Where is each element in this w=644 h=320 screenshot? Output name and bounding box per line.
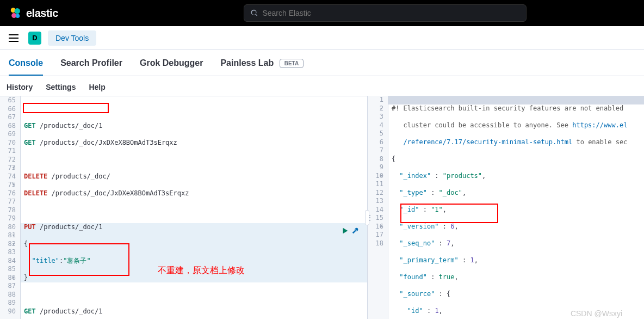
code-line: GET /products/_doc/1: [24, 122, 367, 131]
top-header: elastic: [0, 0, 644, 26]
code-line: PUT /products/_doc/1: [24, 223, 367, 232]
subtab-history[interactable]: History: [7, 83, 33, 91]
code-line: [24, 291, 367, 299]
code-line: "title":"薯条子": [24, 257, 367, 266]
code-line: "_source" : {: [392, 290, 644, 299]
code-line: DELETE /products/_doc/: [24, 173, 367, 181]
code-line: cluster could be accessible to anyone. S…: [392, 121, 644, 130]
code-line: GET /products/_doc/1: [24, 307, 367, 316]
tab-painless-label: Painless Lab: [220, 58, 274, 67]
sub-header: D Dev Tools: [0, 26, 644, 50]
request-editor[interactable]: GET /products/_doc/1 GET /products/_doc/…: [21, 96, 367, 319]
code-line: [24, 105, 367, 114]
tab-search-profiler[interactable]: Search Profiler: [60, 58, 122, 76]
wrench-icon[interactable]: [352, 227, 360, 236]
svg-point-3: [16, 14, 20, 19]
code-line: /reference/7.17/security-minimal-setup.h…: [392, 138, 644, 147]
left-gutter: 6566676869707172737475767778798081828384…: [0, 96, 21, 319]
search-input[interactable]: [262, 9, 519, 17]
request-actions: [341, 227, 360, 236]
code-line: "_id" : "1",: [392, 206, 644, 214]
app-badge[interactable]: D: [28, 32, 41, 45]
beta-badge: BETA: [280, 59, 304, 68]
code-line: "id" : 1,: [392, 307, 644, 316]
code-line: DELETE /products/_doc/JxDXeX8BOmAdT3sErq…: [24, 189, 367, 198]
hamburger-icon[interactable]: [9, 32, 22, 45]
tabs-row: Console Search Profiler Grok Debugger Pa…: [0, 50, 644, 76]
elastic-logo[interactable]: elastic: [9, 7, 58, 20]
search-icon: [251, 9, 258, 17]
right-gutter: 123456789101112131415161718: [368, 96, 388, 319]
code-line: "_primary_term" : 1,: [392, 256, 644, 265]
code-line: "_seq_no" : 7,: [392, 239, 644, 248]
tab-painless-lab[interactable]: Painless Lab BETA: [220, 58, 304, 76]
elastic-logo-icon: [9, 7, 22, 20]
tab-grok-debugger[interactable]: Grok Debugger: [140, 58, 203, 76]
subtab-settings[interactable]: Settings: [46, 83, 76, 91]
code-line: "found" : true,: [392, 273, 644, 282]
code-line: [24, 156, 367, 164]
play-icon[interactable]: [341, 227, 349, 236]
code-line: "_type" : "_doc",: [392, 189, 644, 198]
editor-area: 6566676869707172737475767778798081828384…: [0, 96, 644, 319]
subtab-help[interactable]: Help: [89, 83, 105, 91]
sub-tabs-row: History Settings Help: [0, 76, 644, 96]
code-line: {: [24, 240, 367, 249]
annotation-text: 不重建，原文档上修改: [158, 265, 245, 276]
request-pane[interactable]: 6566676869707172737475767778798081828384…: [0, 96, 367, 319]
code-line: [24, 206, 367, 215]
response-pane[interactable]: ✕ 123456789101112131415161718 #! Elastic…: [367, 96, 644, 319]
code-line: "_index" : "products",: [392, 172, 644, 181]
code-line: {: [392, 155, 644, 164]
tab-console[interactable]: Console: [9, 58, 43, 76]
code-line: "_version" : 6,: [392, 223, 644, 231]
code-line: GET /products/_doc/JxDXeX8BOmAdT3sErqxz: [24, 139, 367, 147]
code-line: #! Elasticsearch built-in security featu…: [392, 104, 644, 113]
search-box[interactable]: [244, 4, 527, 22]
dev-tools-breadcrumb[interactable]: Dev Tools: [48, 30, 96, 46]
brand-text: elastic: [26, 7, 58, 20]
response-viewer[interactable]: #! Elasticsearch built-in security featu…: [388, 96, 644, 319]
svg-point-1: [15, 8, 21, 14]
pane-resize-handle[interactable]: [365, 210, 369, 225]
